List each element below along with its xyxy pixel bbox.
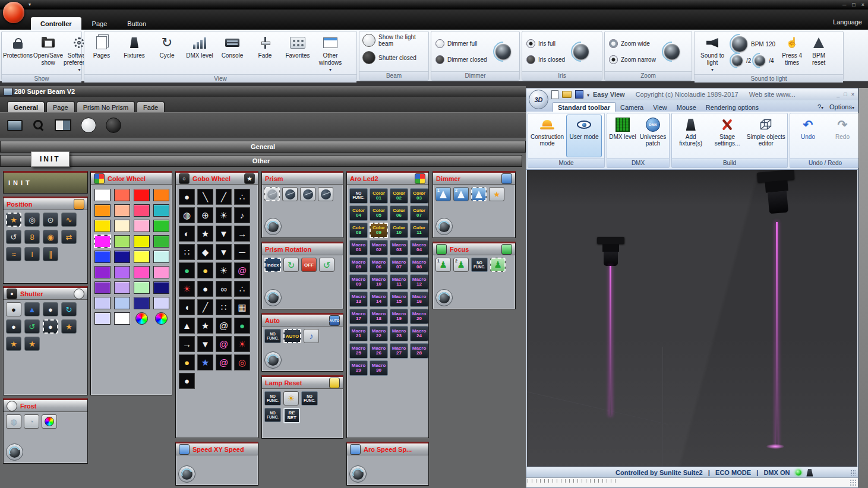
bpm-knob[interactable] xyxy=(732,36,747,52)
gobo-button[interactable]: ★ xyxy=(197,318,213,334)
aro-led2-button[interactable]: Macro11 xyxy=(390,274,408,290)
focus-dial[interactable] xyxy=(435,289,453,306)
color-swatch-button[interactable] xyxy=(134,297,150,309)
beam-open-button[interactable] xyxy=(81,118,96,133)
section-header-other[interactable]: Other xyxy=(0,155,522,167)
minimize-button[interactable]: ─ xyxy=(842,1,846,9)
aro-led2-button[interactable]: Macro10 xyxy=(370,274,388,290)
zoom-wide-option[interactable]: Zoom wide xyxy=(607,38,658,49)
gobo-button[interactable]: ● xyxy=(179,262,195,278)
aro-led2-button[interactable]: Macro01 xyxy=(349,240,368,255)
color-swatch-button[interactable] xyxy=(153,297,169,309)
prism-rotate-cw-button[interactable]: ↻ xyxy=(283,258,299,272)
color-swatch-button[interactable] xyxy=(94,235,111,248)
gobo-button[interactable]: → xyxy=(234,226,250,242)
prism-index-button[interactable]: Index xyxy=(264,258,281,272)
color-swatch-button[interactable] xyxy=(94,189,111,201)
aro-led2-button[interactable]: Macro22 xyxy=(370,326,388,341)
gobo-button[interactable]: @ xyxy=(216,354,232,370)
shutter-option-button[interactable]: ★ xyxy=(6,337,21,351)
gobo-button[interactable]: ● xyxy=(179,373,195,389)
prism-rotation-dial[interactable] xyxy=(264,289,282,306)
gobo-button[interactable]: ∴ xyxy=(234,281,250,297)
show-light-beam-button[interactable]: Show the light beam xyxy=(361,33,427,48)
aro-led2-button[interactable]: Macro13 xyxy=(349,291,368,307)
tab-rendering-options[interactable]: Rendering options xyxy=(701,103,763,112)
dimmer-knob[interactable] xyxy=(495,44,511,59)
iris-knob[interactable] xyxy=(573,44,589,59)
color-swatch-button[interactable] xyxy=(114,235,130,248)
position-option-button[interactable]: ◎ xyxy=(24,213,40,227)
aro-led2-button[interactable]: Macro24 xyxy=(410,326,428,341)
construction-mode-button[interactable]: Construction mode xyxy=(529,115,565,157)
app-titlebar[interactable]: Sunlite Suite2 - Copyright(C) 1989-2017 … xyxy=(0,0,868,9)
aro-led2-button[interactable]: Color10 xyxy=(390,223,408,238)
tab-page-2[interactable]: Page xyxy=(46,102,75,112)
color-swatch-button[interactable] xyxy=(114,189,130,201)
color-swatch-button[interactable] xyxy=(94,312,111,325)
aro-led2-button[interactable]: Macro25 xyxy=(349,343,368,359)
iris-full-option[interactable]: Iris full xyxy=(525,38,567,49)
iris-closed-option[interactable]: Iris closed xyxy=(525,54,567,65)
position-option-button[interactable]: I xyxy=(24,247,40,261)
gobo-button[interactable]: ◐ xyxy=(179,226,195,242)
lamp-off-no-func-button[interactable]: NOFUNC. xyxy=(301,391,318,405)
prism-rotate-ccw-button[interactable]: ↺ xyxy=(319,258,334,272)
gobo-button[interactable]: @ xyxy=(234,262,250,278)
color-swatch-button[interactable] xyxy=(114,297,130,309)
dimmer-preset1-button[interactable]: 1 xyxy=(435,187,451,201)
auto-on-button[interactable]: AUTO xyxy=(283,329,301,343)
shutter-option-button[interactable]: ● xyxy=(6,302,21,316)
help-menu[interactable]: ? xyxy=(818,103,823,110)
aro-led2-button[interactable]: Color08 xyxy=(349,223,368,238)
aro-led2-button[interactable]: Macro09 xyxy=(349,274,368,290)
position-option-button[interactable]: ∥ xyxy=(43,247,58,261)
color-swatch-button[interactable] xyxy=(114,251,130,263)
tab-view[interactable]: View xyxy=(648,103,672,112)
protections-button[interactable]: Protections xyxy=(3,33,33,59)
gobo-button[interactable]: ◆ xyxy=(197,244,213,260)
dmx-level-view-button[interactable]: DMX level xyxy=(608,115,637,157)
gobo-button[interactable]: ─ xyxy=(234,244,250,260)
aro-led2-button[interactable]: Macro20 xyxy=(410,309,428,324)
save-icon[interactable] xyxy=(575,90,583,99)
tab-button[interactable]: Button xyxy=(118,17,156,30)
open-folder-icon[interactable] xyxy=(562,91,572,98)
gobo-button[interactable]: ● xyxy=(179,189,195,205)
color-swatch-button[interactable] xyxy=(135,312,148,325)
position-option-button[interactable]: ★ xyxy=(6,213,21,227)
moving-head-fixture-right[interactable] xyxy=(757,170,797,215)
gobo-button[interactable]: ● xyxy=(234,318,250,334)
color-swatch-button[interactable] xyxy=(153,235,169,248)
aro-led2-button[interactable]: Macro28 xyxy=(410,343,428,359)
color-swatch-button[interactable] xyxy=(94,204,111,217)
shutter-option-button[interactable]: ● xyxy=(43,302,58,316)
options-menu[interactable]: Options xyxy=(829,103,854,110)
gobo-button[interactable]: ∞ xyxy=(216,281,232,297)
bpm-reset-button[interactable]: BPM reset xyxy=(806,33,831,66)
new-document-icon[interactable] xyxy=(551,90,558,99)
aro-led2-button[interactable]: Macro23 xyxy=(390,326,408,341)
maximize-button[interactable]: □ xyxy=(852,1,855,9)
sound-to-light-button[interactable]: Sound to light xyxy=(696,33,729,73)
simple-objects-editor-button[interactable]: Simple objects editor xyxy=(746,115,786,157)
gobo-button[interactable]: ☀ xyxy=(216,207,232,223)
focus-preset2-button[interactable]: 2♟ xyxy=(453,258,469,272)
color-swatch-button[interactable] xyxy=(153,281,169,294)
gobo-button[interactable]: ▲ xyxy=(179,318,195,334)
aro-led2-button[interactable]: Color11 xyxy=(410,223,428,238)
color-swatch-button[interactable] xyxy=(134,189,150,201)
gobo-button[interactable]: @ xyxy=(216,336,232,352)
aro-led2-button[interactable]: Color05 xyxy=(370,205,388,221)
aro-led2-button[interactable]: Macro19 xyxy=(390,309,408,324)
favorites-button[interactable]: Favorites xyxy=(282,33,314,59)
aro-led2-button[interactable]: Macro18 xyxy=(370,309,388,324)
aro-led2-button[interactable]: Macro03 xyxy=(390,240,408,255)
aro-led2-button[interactable]: Macro17 xyxy=(349,309,368,324)
add-fixtures-button[interactable]: Add fixture(s) xyxy=(673,115,708,157)
color-swatch-button[interactable] xyxy=(94,281,111,294)
color-swatch-button[interactable] xyxy=(94,220,111,232)
lamp-no-func-button[interactable]: NOFUNC. xyxy=(264,391,281,405)
tab-mouse[interactable]: Mouse xyxy=(672,103,701,112)
aro-led2-button[interactable]: NOFUNC. xyxy=(349,188,368,204)
